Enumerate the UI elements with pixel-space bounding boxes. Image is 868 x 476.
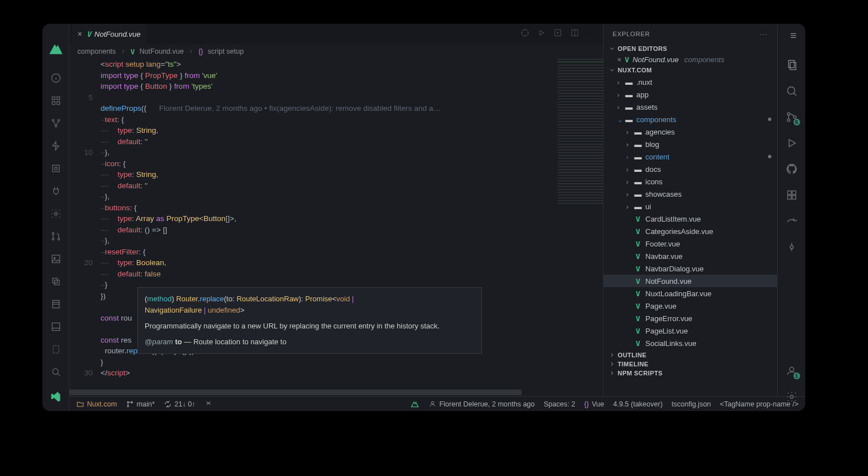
play-icon[interactable] — [537, 29, 545, 39]
more-icon[interactable]: ··· — [587, 29, 596, 39]
close-icon[interactable]: × — [77, 29, 82, 38]
layers-icon[interactable] — [50, 276, 62, 287]
menu-icon[interactable] — [788, 32, 798, 42]
code-editor[interactable]: 5 10 20 30 <script setup lang="ts"> impo… — [70, 59, 603, 411]
status-sync[interactable]: 21↓ 0↑ — [164, 400, 196, 408]
folder-showcases[interactable]: ›▬showcases — [604, 188, 777, 200]
account-icon[interactable]: 1 — [785, 365, 798, 377]
modified-dot-icon — [768, 118, 771, 121]
folder-assets[interactable]: ›▬assets — [604, 101, 777, 113]
svg-point-34 — [793, 116, 796, 119]
status-lang[interactable]: {} Vue — [584, 400, 604, 408]
folder-docs[interactable]: ›▬docs — [604, 163, 777, 175]
chevron-right-icon — [120, 49, 126, 54]
svg-point-5 — [52, 119, 54, 121]
file-vue[interactable]: VPageList.vue — [604, 324, 777, 337]
split-add-icon[interactable] — [553, 28, 562, 40]
folder-content[interactable]: ›▬content — [604, 150, 777, 163]
files-icon[interactable] — [785, 59, 798, 71]
svg-point-6 — [58, 119, 59, 121]
status-spaces[interactable]: Spaces: 2 — [544, 400, 575, 408]
file-vue[interactable]: VCardListItem.vue — [604, 213, 777, 225]
search-icon[interactable] — [785, 85, 798, 97]
supabase-icon[interactable] — [50, 140, 62, 152]
hover-description: Programmatically navigate to a new URL b… — [145, 321, 475, 332]
debug-icon[interactable] — [785, 137, 798, 149]
file-vue[interactable]: VPage.vue — [604, 300, 777, 312]
breadcrumb[interactable]: components V NotFound.vue {} script setu… — [70, 44, 603, 59]
section-open-editors[interactable]: OPEN EDITORS — [604, 44, 777, 53]
breadcrumb-symbol: script setup — [208, 47, 244, 55]
extensions-icon[interactable] — [785, 189, 798, 201]
horizontal-scrollbar[interactable] — [70, 390, 522, 395]
svg-point-11 — [52, 232, 54, 234]
compass-icon[interactable] — [520, 28, 530, 40]
svg-rect-29 — [788, 60, 794, 68]
section-npm-scripts[interactable]: NPM SCRIPTS — [604, 369, 777, 378]
tab-notfound[interactable]: × V NotFound.vue — [72, 24, 146, 44]
modules-icon[interactable] — [50, 95, 62, 106]
chevron-down-icon — [608, 45, 616, 52]
vscode-icon[interactable] — [50, 392, 62, 403]
folder-components[interactable]: ⌄▬components — [604, 113, 777, 126]
tab-filename: NotFound.vue — [94, 30, 141, 38]
folder-app[interactable]: ›▬app — [604, 88, 777, 101]
status-bar: Nuxt.com main* 21↓ 0↑ Florent Delerue, 2… — [70, 396, 805, 411]
settings-gear-icon[interactable] — [785, 391, 798, 403]
info-icon[interactable] — [50, 72, 62, 84]
open-editor-item[interactable]: × V NotFound.vue components — [604, 53, 777, 66]
code-content[interactable]: <script setup lang="ts"> import type { P… — [101, 59, 603, 411]
folder-icons[interactable]: ›▬icons — [604, 175, 777, 188]
svg-point-26 — [127, 405, 128, 406]
pull-request-icon[interactable] — [50, 231, 62, 242]
status-nuxt-logo[interactable] — [410, 400, 420, 409]
modified-dot-icon — [768, 155, 771, 158]
chevron-right-icon — [608, 361, 616, 367]
nodes-icon[interactable] — [50, 118, 62, 129]
status-tsconfig[interactable]: tsconfig.json — [672, 400, 711, 408]
activity-bar — [42, 24, 70, 411]
file-vue[interactable]: VFooter.vue — [604, 237, 777, 250]
folder-agencies[interactable]: ›▬agencies — [604, 126, 777, 138]
panel-icon[interactable] — [50, 321, 62, 332]
folder-ui[interactable]: ›▬ui — [604, 200, 777, 213]
scm-icon[interactable]: 5 — [785, 111, 798, 123]
section-timeline[interactable]: TIMELINE — [604, 360, 777, 369]
file-vue[interactable]: VPageError.vue — [604, 312, 777, 324]
svg-point-15 — [54, 257, 55, 259]
split-editor-icon[interactable] — [570, 28, 579, 40]
file-vue[interactable]: VNuxtLoadingBar.vue — [604, 287, 777, 300]
file-vue[interactable]: VNavbarDialog.vue — [604, 262, 777, 275]
svg-rect-8 — [53, 165, 59, 172]
person-icon — [429, 400, 436, 408]
close-icon[interactable]: × — [617, 55, 622, 64]
status-project[interactable]: Nuxt.com — [76, 400, 117, 408]
file-vue[interactable]: VCategoriesAside.vue — [604, 225, 777, 237]
file-vue-selected[interactable]: VNotFound.vue — [604, 275, 777, 287]
section-outline[interactable]: OUTLINE — [604, 350, 777, 360]
git-commit-icon[interactable] — [785, 241, 798, 253]
svg-point-21 — [53, 369, 58, 374]
scan-icon[interactable] — [50, 163, 62, 174]
hover-tooltip: (method) Router.replace(to: RouteLocatio… — [137, 287, 482, 354]
section-project[interactable]: NUXT.COM — [604, 66, 777, 75]
image-icon[interactable] — [50, 253, 62, 265]
status-ts-version[interactable]: 4.9.5 (takeover) — [613, 400, 663, 408]
github-icon[interactable] — [785, 163, 798, 175]
file-dashed-icon[interactable] — [50, 344, 62, 355]
plug-icon[interactable] — [50, 185, 62, 197]
file-vue[interactable]: VSocialLinks.vue — [604, 337, 777, 349]
status-branch[interactable]: main* — [126, 400, 155, 408]
search-refresh-icon[interactable] — [50, 366, 62, 378]
folder-blog[interactable]: ›▬blog — [604, 138, 777, 150]
explorer-header: EXPLORER ··· — [604, 24, 777, 44]
share-icon[interactable] — [785, 215, 798, 227]
gear-icon[interactable] — [50, 208, 62, 219]
chevron-down-icon — [608, 67, 616, 73]
folder-nuxt[interactable]: ›▬.nuxt — [604, 76, 777, 88]
status-dna-icon[interactable] — [205, 400, 212, 408]
book-icon[interactable] — [50, 298, 62, 310]
status-blame[interactable]: Florent Delerue, 2 months ago — [429, 400, 535, 408]
more-icon[interactable]: ··· — [760, 29, 768, 38]
file-vue[interactable]: VNavbar.vue — [604, 250, 777, 262]
